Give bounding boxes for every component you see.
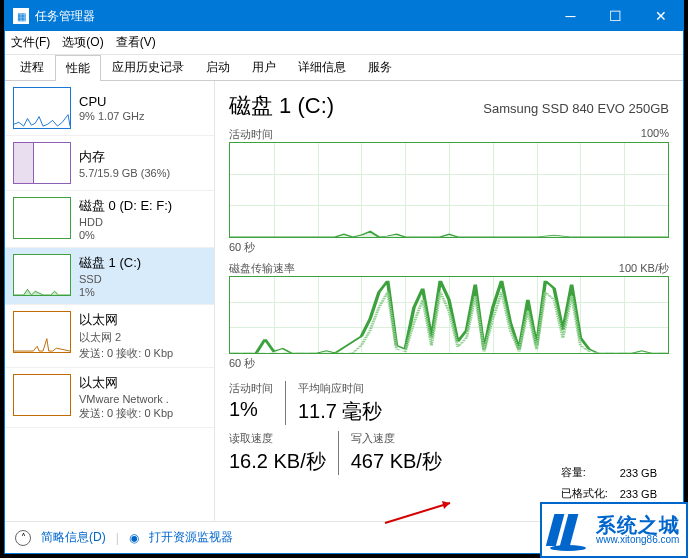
sidebar-sub: VMware Network .: [79, 393, 173, 405]
sidebar-sub: 以太网 2: [79, 330, 173, 345]
chart2-label: 磁盘传输速率: [229, 261, 295, 276]
menu-view[interactable]: 查看(V): [116, 34, 156, 51]
cpu-thumb: [13, 87, 71, 129]
sidebar-sub: 9% 1.07 GHz: [79, 110, 144, 122]
detail-title: 磁盘 1 (C:): [229, 91, 334, 121]
stat-write-label: 写入速度: [351, 431, 442, 446]
transfer-chart: [229, 276, 669, 354]
titlebar: ▦ 任务管理器 ─ ☐ ✕: [5, 1, 683, 31]
monitor-icon: ◉: [129, 531, 139, 545]
detail-model: Samsung SSD 840 EVO 250GB: [483, 101, 669, 116]
tab-app-history[interactable]: 应用历史记录: [101, 54, 195, 80]
sidebar-item-ethernet2[interactable]: 以太网 VMware Network . 发送: 0 接收: 0 Kbp: [5, 368, 214, 428]
chart2-max: 100 KB/秒: [619, 261, 669, 276]
sidebar-sub2: 1%: [79, 286, 141, 298]
prop-formatted-value: 233 GB: [620, 484, 667, 503]
stat-read-value: 16.2 KB/秒: [229, 448, 326, 475]
tabbar: 进程 性能 应用历史记录 启动 用户 详细信息 服务: [5, 55, 683, 81]
close-button[interactable]: ✕: [638, 1, 683, 31]
sidebar-label: 以太网: [79, 311, 173, 329]
svg-marker-1: [442, 501, 450, 509]
chevron-up-icon[interactable]: ˄: [15, 530, 31, 546]
tab-details[interactable]: 详细信息: [287, 54, 357, 80]
eth2-thumb: [13, 374, 71, 416]
maximize-button[interactable]: ☐: [593, 1, 638, 31]
sidebar-item-cpu[interactable]: CPU 9% 1.07 GHz: [5, 81, 214, 136]
sidebar-item-disk0[interactable]: 磁盘 0 (D: E: F:) HDD 0%: [5, 191, 214, 248]
memory-thumb: [13, 142, 71, 184]
minimize-button[interactable]: ─: [548, 1, 593, 31]
sidebar-sub2: 发送: 0 接收: 0 Kbp: [79, 406, 173, 421]
activity-chart: [229, 142, 669, 238]
sidebar: CPU 9% 1.07 GHz 内存 5.7/15.9 GB (36%) 磁盘 …: [5, 81, 215, 521]
svg-point-4: [550, 545, 586, 551]
sidebar-sub: HDD: [79, 216, 172, 228]
stat-response-label: 平均响应时间: [298, 381, 382, 396]
sidebar-sub: SSD: [79, 273, 141, 285]
sidebar-sub2: 0%: [79, 229, 172, 241]
sidebar-label: 以太网: [79, 374, 173, 392]
chart1-max: 100%: [641, 127, 669, 142]
prop-capacity-value: 233 GB: [620, 463, 667, 482]
prop-capacity-label: 容量:: [561, 463, 618, 482]
sidebar-sub: 5.7/15.9 GB (36%): [79, 167, 170, 179]
svg-line-0: [385, 503, 450, 523]
sidebar-sub2: 发送: 0 接收: 0 Kbp: [79, 346, 173, 361]
stat-read-label: 读取速度: [229, 431, 326, 446]
tab-users[interactable]: 用户: [241, 54, 287, 80]
disk0-thumb: [13, 197, 71, 239]
chart2-foot: 60 秒: [229, 356, 669, 371]
watermark-text-cn: 系统之城: [596, 515, 680, 535]
app-icon: ▦: [13, 8, 29, 24]
prop-formatted-label: 已格式化:: [561, 484, 618, 503]
sidebar-item-ethernet1[interactable]: 以太网 以太网 2 发送: 0 接收: 0 Kbp: [5, 305, 214, 368]
window-title: 任务管理器: [35, 8, 548, 25]
stat-write-value: 467 KB/秒: [351, 448, 442, 475]
eth1-thumb: [13, 311, 71, 353]
tab-processes[interactable]: 进程: [9, 54, 55, 80]
tab-services[interactable]: 服务: [357, 54, 403, 80]
detail-panel: 磁盘 1 (C:) Samsung SSD 840 EVO 250GB 活动时间…: [215, 81, 683, 521]
watermark-text-en: www.xitong86.com: [596, 535, 680, 545]
stat-activity-value: 1%: [229, 398, 273, 421]
chart1-foot: 60 秒: [229, 240, 669, 255]
stat-activity-label: 活动时间: [229, 381, 273, 396]
sidebar-item-disk1[interactable]: 磁盘 1 (C:) SSD 1%: [5, 248, 214, 305]
annotation-arrow: [380, 498, 460, 528]
tab-startup[interactable]: 启动: [195, 54, 241, 80]
sidebar-label: 磁盘 0 (D: E: F:): [79, 197, 172, 215]
resource-monitor-link[interactable]: 打开资源监视器: [149, 529, 233, 546]
menubar: 文件(F) 选项(O) 查看(V): [5, 31, 683, 55]
sidebar-label: 内存: [79, 148, 170, 166]
tab-performance[interactable]: 性能: [55, 55, 101, 81]
menu-options[interactable]: 选项(O): [62, 34, 103, 51]
sidebar-label: 磁盘 1 (C:): [79, 254, 141, 272]
chart1-label: 活动时间: [229, 127, 273, 142]
stat-response-value: 11.7 毫秒: [298, 398, 382, 425]
watermark-logo: 系统之城 www.xitong86.com: [540, 502, 688, 558]
sidebar-label: CPU: [79, 94, 144, 109]
disk1-thumb: [13, 254, 71, 296]
sidebar-item-memory[interactable]: 内存 5.7/15.9 GB (36%): [5, 136, 214, 191]
menu-file[interactable]: 文件(F): [11, 34, 50, 51]
brief-info-link[interactable]: 简略信息(D): [41, 529, 106, 546]
